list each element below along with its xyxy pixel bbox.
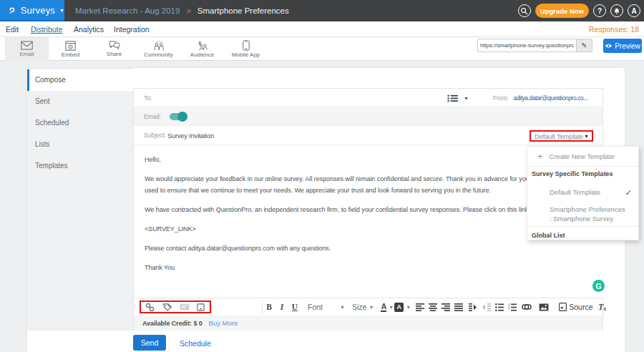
channel-tab-community[interactable]: Community	[137, 37, 180, 61]
mobile-app-icon	[243, 40, 250, 51]
font-dropdown[interactable]: Font▼	[308, 300, 345, 314]
plus-icon: +	[537, 151, 543, 162]
align-left-icon[interactable]	[414, 300, 426, 314]
icon-graphic	[441, 303, 450, 311]
sidebar-item-compose[interactable]: Compose	[27, 69, 133, 91]
align-right-icon[interactable]	[439, 300, 452, 314]
email-icon	[21, 41, 33, 50]
sidebar-item-lists[interactable]: Lists	[27, 134, 133, 155]
tab-distribute[interactable]: Distribute	[31, 25, 62, 34]
template-select[interactable]: Default Template ▼	[532, 132, 592, 140]
body-contact-line: Please contact aditya.datar@questionpro.…	[145, 243, 603, 254]
to-row: To: ▼ From: aditya.datar@questionpro.co.…	[134, 89, 602, 107]
embed-data-icon[interactable]	[194, 300, 207, 314]
responses-count[interactable]: Responses: 18	[589, 25, 639, 34]
surveys-menu[interactable]: Surveys ▼	[0, 0, 64, 21]
compose-sidebar: Compose Sent Scheduled Lists Templates	[27, 68, 133, 331]
dropdown-item-smartphone-preferences[interactable]: Smartphone Preferences : Smartphone Surv…	[527, 197, 638, 226]
clear-format-icon[interactable]: Tx	[596, 300, 609, 314]
check-icon: ✓	[625, 188, 632, 197]
search-icon[interactable]	[518, 4, 531, 17]
background-color-button[interactable]: A▼	[394, 300, 411, 314]
icon-graphic	[469, 303, 478, 311]
icon-graphic	[180, 303, 190, 311]
recipient-list-picker[interactable]: ▼	[447, 94, 469, 102]
subject-row: Subject: Survey Invitation Default Templ…	[134, 126, 602, 145]
breadcrumb-separator: >	[186, 6, 190, 15]
dropdown-item-default-template[interactable]: Default Template ✓	[527, 177, 638, 197]
svg-text:$: $	[199, 41, 202, 47]
align-center-icon[interactable]	[426, 300, 439, 314]
chevron-down-icon: ▼	[340, 305, 345, 310]
preview-button[interactable]: Preview	[603, 39, 642, 53]
upgrade-now-button[interactable]: Upgrade Now	[535, 4, 589, 18]
insert-survey-link-icon[interactable]	[143, 300, 156, 314]
sidebar-item-scheduled[interactable]: Scheduled	[27, 112, 133, 134]
sidebar-item-templates[interactable]: Templates	[27, 155, 133, 177]
icon-graphic	[429, 303, 437, 311]
bullet-list-icon[interactable]	[493, 300, 506, 314]
numbered-list-icon[interactable]: 12	[506, 300, 519, 314]
tab-integration[interactable]: Integration	[114, 25, 150, 34]
bell-icon[interactable]	[610, 4, 623, 17]
help-icon[interactable]: ?	[593, 4, 606, 17]
from-label: From:	[493, 94, 508, 102]
audience-icon: $	[196, 41, 208, 51]
indent-icon[interactable]	[467, 300, 479, 314]
justify-icon[interactable]	[452, 300, 465, 314]
chevron-down-icon: ▼	[406, 305, 411, 310]
grammarly-icon[interactable]: G	[592, 280, 605, 292]
merge-tags-icon[interactable]	[161, 300, 174, 314]
create-new-template-item[interactable]: + Create New Template	[527, 147, 638, 166]
template-dropdown-menu: + Create New Template Survey Specific Te…	[527, 146, 639, 240]
channel-tab-mobile-app[interactable]: Mobile App	[224, 37, 268, 61]
avatar[interactable]: A	[628, 4, 640, 17]
toggle-knob	[177, 112, 187, 122]
channel-tab-email[interactable]: Email	[5, 37, 49, 61]
sidebar-item-sent[interactable]: Sent	[27, 91, 133, 112]
hyperlink-icon[interactable]	[520, 300, 533, 314]
icon-graphic	[520, 7, 528, 15]
brand-label: Surveys	[21, 5, 55, 16]
source-button[interactable]: ●Source	[559, 300, 592, 314]
icon-graphic: 12	[508, 303, 517, 311]
subject-value[interactable]: Survey Invitation	[167, 132, 214, 140]
italic-button[interactable]: I	[277, 300, 287, 314]
outdent-icon[interactable]	[479, 300, 492, 314]
schedule-link[interactable]: Schedule	[180, 339, 211, 348]
icon-graphic	[197, 303, 205, 311]
text-color-button[interactable]: A▼	[381, 300, 394, 314]
top-bar: Surveys ▼ Market Research - Aug 2019 > S…	[0, 0, 644, 21]
survey-url-input[interactable]	[478, 39, 576, 52]
email-toggle[interactable]	[170, 113, 185, 120]
email-label: Email:	[144, 113, 161, 120]
icon-graphic	[416, 303, 424, 311]
from-email-link[interactable]: aditya.datar@questionpro.co...	[513, 94, 587, 102]
size-dropdown[interactable]: Size▼	[352, 300, 374, 314]
credit-bar: Available Credit: $ 0 Buy More	[134, 316, 602, 331]
icon-graphic	[162, 303, 172, 311]
email-template-icon[interactable]	[178, 300, 191, 314]
tab-analytics[interactable]: Analytics	[74, 25, 104, 34]
subject-label: Subject:	[144, 132, 166, 139]
survey-menu-bar: Edit Distribute Analytics Integration Re…	[0, 21, 644, 37]
chevron-down-icon: ▼	[584, 134, 589, 139]
icon-graphic	[613, 7, 620, 15]
channel-tab-embed[interactable]: Embed	[49, 37, 92, 61]
image-icon[interactable]	[537, 300, 550, 314]
chevron-down-icon: ▼	[389, 305, 394, 310]
send-button[interactable]: Send	[133, 335, 166, 351]
source-icon: ●	[559, 303, 567, 311]
breadcrumb-survey-name[interactable]: Market Research - Aug 2019	[75, 6, 180, 15]
bold-button[interactable]: B	[264, 300, 274, 314]
underline-button[interactable]: U	[290, 300, 300, 314]
tab-edit[interactable]: Edit	[6, 25, 19, 34]
buy-more-link[interactable]: Buy More	[209, 319, 238, 327]
chevron-down-icon: ▼	[464, 96, 469, 101]
chevron-down-icon: ▼	[59, 8, 64, 13]
breadcrumb-page-name: Smartphone Preferences	[197, 6, 289, 15]
channel-tab-share[interactable]: Share	[92, 37, 136, 61]
edit-url-icon[interactable]: ✎	[576, 39, 592, 52]
channel-tab-audience[interactable]: $ Audience	[180, 37, 224, 61]
chevron-down-icon: ▼	[369, 305, 374, 310]
